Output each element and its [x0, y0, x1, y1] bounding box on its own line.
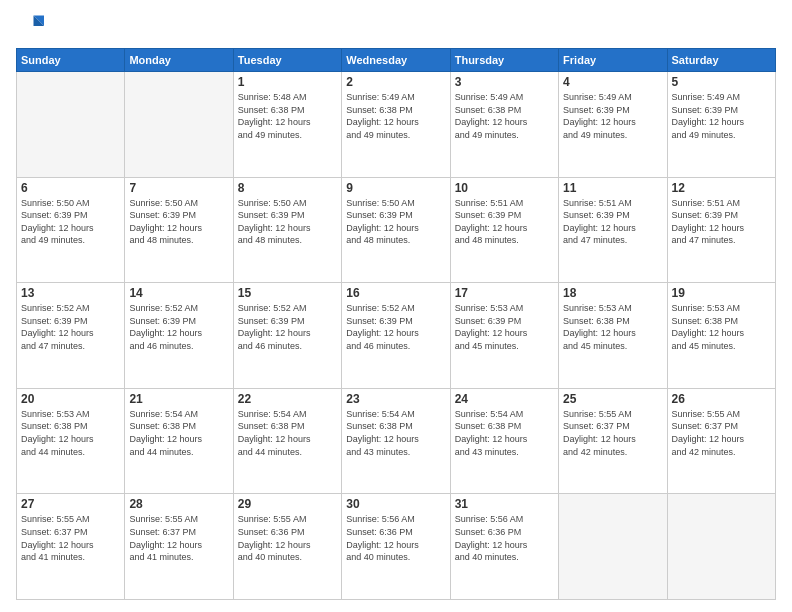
day-info: Sunrise: 5:49 AM Sunset: 6:39 PM Dayligh…	[563, 91, 662, 141]
day-number: 28	[129, 497, 228, 511]
calendar-cell: 26Sunrise: 5:55 AM Sunset: 6:37 PM Dayli…	[667, 388, 775, 494]
calendar-cell: 31Sunrise: 5:56 AM Sunset: 6:36 PM Dayli…	[450, 494, 558, 600]
weekday-header-sunday: Sunday	[17, 49, 125, 72]
day-number: 31	[455, 497, 554, 511]
calendar-cell: 17Sunrise: 5:53 AM Sunset: 6:39 PM Dayli…	[450, 283, 558, 389]
calendar-cell: 29Sunrise: 5:55 AM Sunset: 6:36 PM Dayli…	[233, 494, 341, 600]
calendar-cell: 11Sunrise: 5:51 AM Sunset: 6:39 PM Dayli…	[559, 177, 667, 283]
calendar-cell: 13Sunrise: 5:52 AM Sunset: 6:39 PM Dayli…	[17, 283, 125, 389]
day-number: 22	[238, 392, 337, 406]
day-info: Sunrise: 5:55 AM Sunset: 6:37 PM Dayligh…	[21, 513, 120, 563]
calendar-cell: 27Sunrise: 5:55 AM Sunset: 6:37 PM Dayli…	[17, 494, 125, 600]
day-number: 7	[129, 181, 228, 195]
calendar-cell: 25Sunrise: 5:55 AM Sunset: 6:37 PM Dayli…	[559, 388, 667, 494]
day-info: Sunrise: 5:55 AM Sunset: 6:37 PM Dayligh…	[129, 513, 228, 563]
day-number: 1	[238, 75, 337, 89]
calendar-cell	[559, 494, 667, 600]
weekday-header-row: SundayMondayTuesdayWednesdayThursdayFrid…	[17, 49, 776, 72]
day-info: Sunrise: 5:51 AM Sunset: 6:39 PM Dayligh…	[672, 197, 771, 247]
calendar-cell: 28Sunrise: 5:55 AM Sunset: 6:37 PM Dayli…	[125, 494, 233, 600]
calendar-cell	[17, 72, 125, 178]
day-number: 6	[21, 181, 120, 195]
day-number: 19	[672, 286, 771, 300]
day-info: Sunrise: 5:55 AM Sunset: 6:37 PM Dayligh…	[672, 408, 771, 458]
logo-icon	[16, 12, 44, 40]
day-number: 30	[346, 497, 445, 511]
calendar-week-1: 1Sunrise: 5:48 AM Sunset: 6:38 PM Daylig…	[17, 72, 776, 178]
day-info: Sunrise: 5:50 AM Sunset: 6:39 PM Dayligh…	[346, 197, 445, 247]
day-number: 27	[21, 497, 120, 511]
day-info: Sunrise: 5:48 AM Sunset: 6:38 PM Dayligh…	[238, 91, 337, 141]
calendar-cell: 19Sunrise: 5:53 AM Sunset: 6:38 PM Dayli…	[667, 283, 775, 389]
day-number: 18	[563, 286, 662, 300]
day-info: Sunrise: 5:51 AM Sunset: 6:39 PM Dayligh…	[455, 197, 554, 247]
calendar-cell: 7Sunrise: 5:50 AM Sunset: 6:39 PM Daylig…	[125, 177, 233, 283]
calendar-week-5: 27Sunrise: 5:55 AM Sunset: 6:37 PM Dayli…	[17, 494, 776, 600]
page: SundayMondayTuesdayWednesdayThursdayFrid…	[0, 0, 792, 612]
day-info: Sunrise: 5:52 AM Sunset: 6:39 PM Dayligh…	[21, 302, 120, 352]
day-info: Sunrise: 5:51 AM Sunset: 6:39 PM Dayligh…	[563, 197, 662, 247]
day-info: Sunrise: 5:49 AM Sunset: 6:38 PM Dayligh…	[455, 91, 554, 141]
weekday-header-wednesday: Wednesday	[342, 49, 450, 72]
calendar-cell: 15Sunrise: 5:52 AM Sunset: 6:39 PM Dayli…	[233, 283, 341, 389]
day-number: 2	[346, 75, 445, 89]
day-info: Sunrise: 5:52 AM Sunset: 6:39 PM Dayligh…	[238, 302, 337, 352]
day-info: Sunrise: 5:50 AM Sunset: 6:39 PM Dayligh…	[21, 197, 120, 247]
day-info: Sunrise: 5:56 AM Sunset: 6:36 PM Dayligh…	[455, 513, 554, 563]
day-info: Sunrise: 5:55 AM Sunset: 6:36 PM Dayligh…	[238, 513, 337, 563]
calendar-cell: 6Sunrise: 5:50 AM Sunset: 6:39 PM Daylig…	[17, 177, 125, 283]
day-info: Sunrise: 5:54 AM Sunset: 6:38 PM Dayligh…	[455, 408, 554, 458]
weekday-header-friday: Friday	[559, 49, 667, 72]
calendar-cell: 18Sunrise: 5:53 AM Sunset: 6:38 PM Dayli…	[559, 283, 667, 389]
day-number: 20	[21, 392, 120, 406]
calendar-cell: 5Sunrise: 5:49 AM Sunset: 6:39 PM Daylig…	[667, 72, 775, 178]
day-info: Sunrise: 5:53 AM Sunset: 6:38 PM Dayligh…	[563, 302, 662, 352]
day-number: 10	[455, 181, 554, 195]
calendar-cell: 21Sunrise: 5:54 AM Sunset: 6:38 PM Dayli…	[125, 388, 233, 494]
day-number: 12	[672, 181, 771, 195]
day-number: 3	[455, 75, 554, 89]
calendar-cell: 1Sunrise: 5:48 AM Sunset: 6:38 PM Daylig…	[233, 72, 341, 178]
calendar-cell: 4Sunrise: 5:49 AM Sunset: 6:39 PM Daylig…	[559, 72, 667, 178]
weekday-header-tuesday: Tuesday	[233, 49, 341, 72]
day-number: 13	[21, 286, 120, 300]
day-info: Sunrise: 5:52 AM Sunset: 6:39 PM Dayligh…	[346, 302, 445, 352]
day-number: 16	[346, 286, 445, 300]
calendar-cell	[667, 494, 775, 600]
day-info: Sunrise: 5:54 AM Sunset: 6:38 PM Dayligh…	[129, 408, 228, 458]
day-info: Sunrise: 5:56 AM Sunset: 6:36 PM Dayligh…	[346, 513, 445, 563]
weekday-header-monday: Monday	[125, 49, 233, 72]
calendar-cell: 8Sunrise: 5:50 AM Sunset: 6:39 PM Daylig…	[233, 177, 341, 283]
day-number: 5	[672, 75, 771, 89]
calendar-week-4: 20Sunrise: 5:53 AM Sunset: 6:38 PM Dayli…	[17, 388, 776, 494]
calendar-cell: 10Sunrise: 5:51 AM Sunset: 6:39 PM Dayli…	[450, 177, 558, 283]
day-number: 15	[238, 286, 337, 300]
day-info: Sunrise: 5:55 AM Sunset: 6:37 PM Dayligh…	[563, 408, 662, 458]
calendar-cell: 20Sunrise: 5:53 AM Sunset: 6:38 PM Dayli…	[17, 388, 125, 494]
calendar-cell: 9Sunrise: 5:50 AM Sunset: 6:39 PM Daylig…	[342, 177, 450, 283]
day-number: 8	[238, 181, 337, 195]
day-number: 9	[346, 181, 445, 195]
day-info: Sunrise: 5:53 AM Sunset: 6:38 PM Dayligh…	[21, 408, 120, 458]
day-info: Sunrise: 5:50 AM Sunset: 6:39 PM Dayligh…	[129, 197, 228, 247]
calendar-cell: 16Sunrise: 5:52 AM Sunset: 6:39 PM Dayli…	[342, 283, 450, 389]
calendar-cell: 23Sunrise: 5:54 AM Sunset: 6:38 PM Dayli…	[342, 388, 450, 494]
day-number: 25	[563, 392, 662, 406]
logo	[16, 12, 48, 40]
calendar-cell: 2Sunrise: 5:49 AM Sunset: 6:38 PM Daylig…	[342, 72, 450, 178]
calendar-cell: 24Sunrise: 5:54 AM Sunset: 6:38 PM Dayli…	[450, 388, 558, 494]
day-number: 29	[238, 497, 337, 511]
calendar-cell: 14Sunrise: 5:52 AM Sunset: 6:39 PM Dayli…	[125, 283, 233, 389]
day-number: 21	[129, 392, 228, 406]
day-number: 14	[129, 286, 228, 300]
calendar-cell: 3Sunrise: 5:49 AM Sunset: 6:38 PM Daylig…	[450, 72, 558, 178]
day-number: 23	[346, 392, 445, 406]
day-info: Sunrise: 5:49 AM Sunset: 6:38 PM Dayligh…	[346, 91, 445, 141]
day-number: 4	[563, 75, 662, 89]
calendar-cell: 12Sunrise: 5:51 AM Sunset: 6:39 PM Dayli…	[667, 177, 775, 283]
weekday-header-saturday: Saturday	[667, 49, 775, 72]
day-number: 26	[672, 392, 771, 406]
day-info: Sunrise: 5:54 AM Sunset: 6:38 PM Dayligh…	[238, 408, 337, 458]
header	[16, 12, 776, 40]
day-number: 24	[455, 392, 554, 406]
